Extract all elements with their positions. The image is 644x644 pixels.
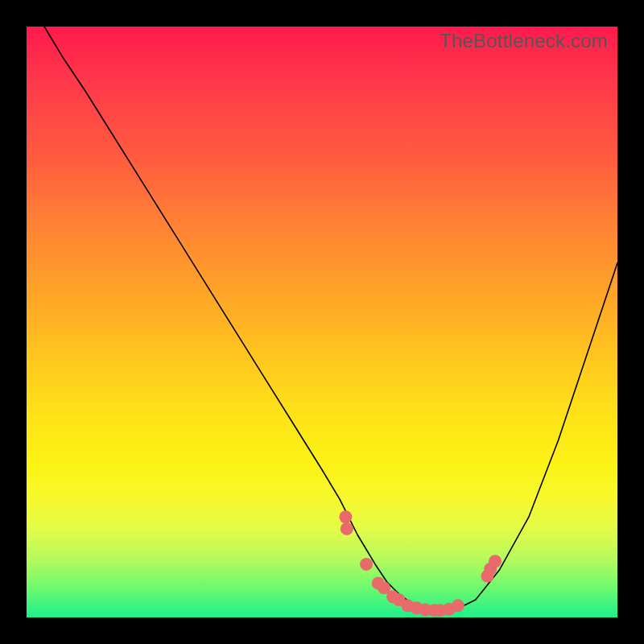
plot-area: TheBottleneck.com [27,27,617,617]
chart-svg [27,27,617,617]
chart-frame: TheBottleneck.com [0,0,644,644]
scatter-dots [339,510,502,617]
scatter-dot [360,558,373,571]
scatter-dot [341,522,353,535]
scatter-dot [489,555,502,568]
curve-line [44,27,617,612]
scatter-dot [339,510,352,523]
scatter-dot [452,599,464,612]
